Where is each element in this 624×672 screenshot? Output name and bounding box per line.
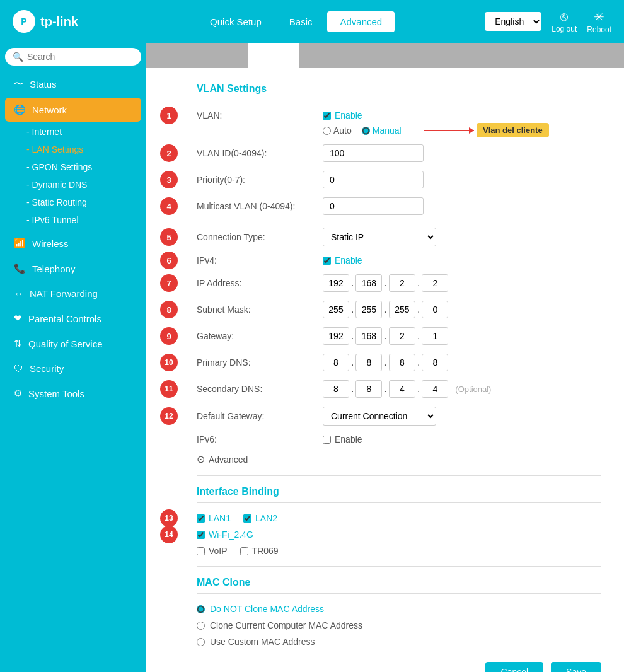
sdns-a-input[interactable] bbox=[323, 380, 349, 398]
vlan-manual-radio[interactable] bbox=[362, 127, 370, 135]
mac-radio-2[interactable] bbox=[197, 622, 205, 630]
step-9: 9 bbox=[160, 327, 178, 345]
subnet-c-input[interactable] bbox=[389, 301, 415, 318]
wifi-checkbox[interactable] bbox=[197, 531, 205, 539]
subnet-b-input[interactable] bbox=[355, 301, 382, 318]
lan2-checkbox-label[interactable]: LAN2 bbox=[243, 513, 277, 523]
pdns-dot-1: . bbox=[351, 357, 354, 368]
nav-basic[interactable]: Basic bbox=[277, 11, 325, 32]
ipv6-enable-checkbox[interactable] bbox=[323, 436, 331, 444]
gw-d-input[interactable] bbox=[422, 327, 448, 345]
sdns-dot-2: . bbox=[384, 383, 386, 395]
connection-type-select[interactable]: Static IP bbox=[323, 228, 436, 246]
mac-option-2-label[interactable]: Clone Current Computer MAC Address bbox=[197, 620, 362, 630]
sdns-c-input[interactable] bbox=[389, 380, 415, 398]
vlan-manual-radio-label[interactable]: Manual bbox=[362, 125, 402, 136]
sidebar-item-parental[interactable]: ❤ Parental Controls bbox=[5, 306, 141, 330]
interface-voip-row: VoIP TR069 bbox=[197, 546, 601, 556]
vlan-enable-checkbox[interactable] bbox=[323, 112, 331, 120]
reboot-button[interactable]: ✳ Reboot bbox=[587, 9, 611, 34]
advanced-toggle[interactable]: ⊙ Advanced bbox=[197, 453, 601, 465]
multicast-input[interactable] bbox=[323, 197, 424, 215]
secondary-dns-row: 11 Secondary DNS: . . . (Optional) bbox=[197, 380, 601, 398]
sidebar-item-security[interactable]: 🛡 Security bbox=[5, 357, 141, 380]
sidebar-sub-lan-settings[interactable]: - LAN Settings bbox=[18, 141, 141, 158]
mac-option-1-label[interactable]: Do NOT Clone MAC Address bbox=[197, 604, 324, 614]
lan1-checkbox[interactable] bbox=[197, 514, 205, 523]
sdns-d-input[interactable] bbox=[422, 380, 448, 398]
sidebar-item-qos[interactable]: ⇅ Quality of Service bbox=[5, 332, 141, 356]
sidebar-sub-gpon[interactable]: - GPON Settings bbox=[18, 158, 141, 176]
vlan-auto-radio[interactable] bbox=[323, 127, 331, 135]
sidebar-item-system-tools[interactable]: ⚙ System Tools bbox=[5, 381, 141, 405]
voip-checkbox-label[interactable]: VoIP bbox=[197, 546, 228, 556]
mac-option-2: Clone Current Computer MAC Address bbox=[197, 620, 601, 630]
ipv4-enable-checkbox[interactable] bbox=[323, 257, 331, 265]
sidebar-item-status[interactable]: 〜 Status bbox=[5, 72, 141, 96]
sidebar-sub-ddns[interactable]: - Dynamic DNS bbox=[18, 176, 141, 194]
content-tab-2[interactable] bbox=[197, 43, 248, 68]
step-6: 6 bbox=[160, 252, 178, 269]
pdns-c-input[interactable] bbox=[389, 354, 415, 371]
cancel-button[interactable]: Cancel bbox=[485, 662, 543, 672]
lan1-checkbox-label[interactable]: LAN1 bbox=[197, 513, 231, 523]
mac-radio-3[interactable] bbox=[197, 638, 205, 646]
save-button[interactable]: Save bbox=[551, 662, 601, 672]
sidebar-sub-internet[interactable]: - Internet bbox=[18, 123, 141, 141]
gw-b-input[interactable] bbox=[355, 327, 382, 345]
sidebar-item-wireless[interactable]: 📶 Wireless bbox=[5, 231, 141, 255]
wifi-checkbox-label[interactable]: Wi-Fi_2.4G bbox=[197, 530, 253, 540]
pdns-a-input[interactable] bbox=[323, 354, 349, 371]
nav-advanced[interactable]: Advanced bbox=[327, 11, 395, 32]
voip-checkbox[interactable] bbox=[197, 547, 205, 555]
ipv4-enable-label[interactable]: Enable bbox=[323, 255, 362, 265]
vlan-auto-radio-label[interactable]: Auto bbox=[323, 125, 352, 136]
sidebar-label-security: Security bbox=[30, 363, 64, 374]
vlan-enable-checkbox-label[interactable]: Enable bbox=[323, 110, 362, 120]
sidebar-item-telephony[interactable]: 📞 Telephony bbox=[5, 257, 141, 281]
sidebar-sub-network: - Internet - LAN Settings - GPON Setting… bbox=[5, 123, 141, 229]
subnet-a-input[interactable] bbox=[323, 301, 349, 318]
ipv6-enable-label[interactable]: Enable bbox=[323, 434, 362, 444]
content-tab-active[interactable] bbox=[248, 43, 299, 68]
search-box[interactable]: 🔍 bbox=[5, 48, 141, 66]
sidebar-item-nat[interactable]: ↔ NAT Forwarding bbox=[5, 282, 141, 305]
search-input[interactable] bbox=[27, 52, 137, 62]
annotation-arrow-line bbox=[424, 130, 474, 131]
secondary-dns-group: . . . (Optional) bbox=[323, 380, 491, 398]
reboot-icon: ✳ bbox=[594, 9, 604, 25]
tr069-checkbox[interactable] bbox=[240, 547, 248, 555]
ip-d-input[interactable] bbox=[422, 274, 448, 292]
nav-quick-setup[interactable]: Quick Setup bbox=[197, 11, 274, 32]
header: P tp-link Quick Setup Basic Advanced Eng… bbox=[0, 0, 624, 43]
primary-dns-row: 10 Primary DNS: . . . bbox=[197, 354, 601, 371]
mac-radio-1[interactable] bbox=[197, 605, 205, 613]
ip-c-input[interactable] bbox=[389, 274, 415, 292]
pdns-b-input[interactable] bbox=[355, 354, 382, 371]
tr069-checkbox-label[interactable]: TR069 bbox=[240, 546, 279, 556]
vlan-id-input[interactable] bbox=[323, 144, 424, 162]
connection-type-label: Connection Type: bbox=[197, 232, 323, 242]
lan2-checkbox[interactable] bbox=[243, 514, 251, 523]
lan2-text: LAN2 bbox=[255, 513, 277, 523]
sdns-b-input[interactable] bbox=[355, 380, 382, 398]
content-tab-1[interactable] bbox=[146, 43, 197, 68]
gw-c-input[interactable] bbox=[389, 327, 415, 345]
ip-b-input[interactable] bbox=[355, 274, 382, 292]
pdns-d-input[interactable] bbox=[422, 354, 448, 371]
mac-option-3-label[interactable]: Use Custom MAC Address bbox=[197, 637, 315, 647]
ip-a-input[interactable] bbox=[323, 274, 349, 292]
sidebar-sub-ipv6-tunnel[interactable]: - IPv6 Tunnel bbox=[18, 211, 141, 229]
gw-a-input[interactable] bbox=[323, 327, 349, 345]
language-select[interactable]: English bbox=[485, 12, 541, 31]
advanced-toggle-icon: ⊙ bbox=[197, 453, 205, 465]
logout-button[interactable]: ⎋ Log out bbox=[552, 9, 577, 33]
sidebar-sub-static-routing[interactable]: - Static Routing bbox=[18, 194, 141, 211]
subnet-group: . . . bbox=[323, 301, 448, 318]
default-gateway-select[interactable]: Current Connection bbox=[323, 407, 436, 426]
sidebar-item-network[interactable]: 🌐 Network bbox=[5, 98, 141, 122]
priority-input[interactable] bbox=[323, 171, 424, 188]
lan1-text: LAN1 bbox=[209, 513, 231, 523]
subnet-d-input[interactable] bbox=[422, 301, 448, 318]
pdns-dot-2: . bbox=[384, 357, 386, 368]
